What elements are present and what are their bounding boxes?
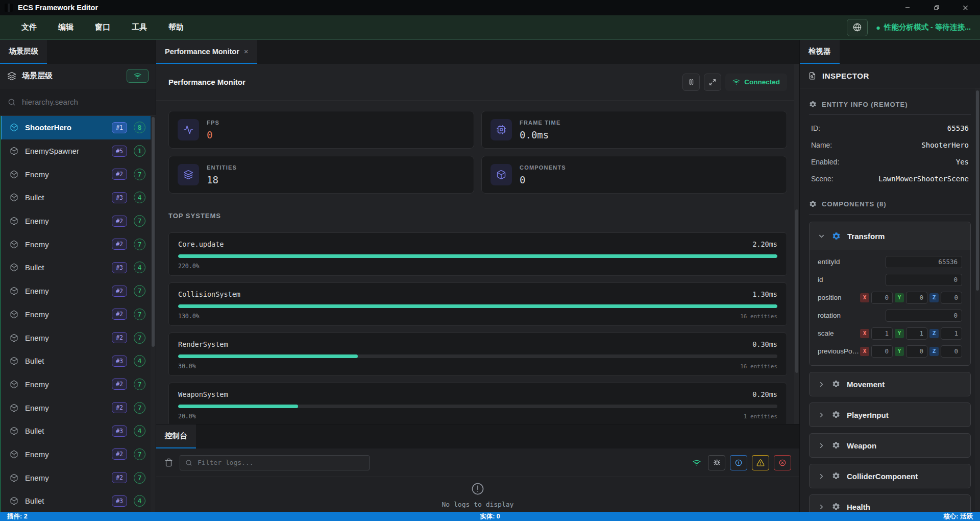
hierarchy-entity-row[interactable]: Enemy #2 7	[1, 396, 156, 419]
entity-tag-badge: #2	[112, 216, 127, 227]
hierarchy-scrollbar[interactable]	[151, 116, 156, 512]
transform-vector-row: previousPositi... X 0 Y 0 Z 0	[815, 342, 965, 360]
tab-inspector[interactable]: 检视器	[800, 40, 840, 64]
field-input[interactable]: 0	[886, 274, 962, 286]
language-globe-button[interactable]	[847, 19, 868, 36]
field-label: rotation	[818, 312, 877, 319]
component-card-collapsed[interactable]: Health	[809, 494, 971, 512]
transform-card-header[interactable]: Transform	[810, 222, 970, 250]
hierarchy-entity-row[interactable]: Enemy #2 7	[1, 279, 156, 303]
field-input[interactable]: 0	[886, 310, 962, 322]
axis-x-input[interactable]: 0	[871, 292, 893, 304]
hierarchy-entity-row[interactable]: Enemy #2 7	[1, 232, 156, 256]
entity-name: Enemy	[25, 310, 105, 319]
component-card-collapsed[interactable]: ColliderComponent	[809, 464, 971, 488]
system-name: RenderSystem	[178, 340, 228, 348]
entity-component-count-badge: 7	[134, 215, 145, 227]
axis-z-input[interactable]: 0	[941, 292, 962, 304]
system-perf-card: CollisionSystem 1.30ms 130.0% 16 entitie…	[168, 282, 787, 326]
components-section-header: COMPONENTS (8)	[809, 200, 971, 215]
axis-y-input[interactable]: 1	[906, 327, 927, 340]
field-input[interactable]: 65536	[886, 256, 962, 268]
hierarchy-entity-row[interactable]: Enemy #2 7	[1, 209, 156, 233]
axis-y-input[interactable]: 0	[906, 292, 927, 304]
axis-y-input[interactable]: 0	[906, 345, 927, 358]
hierarchy-entity-row[interactable]: ShooterHero #1 8	[0, 116, 156, 139]
entity-cube-icon	[10, 193, 18, 202]
hierarchy-entity-row[interactable]: Bullet #3 4	[1, 419, 156, 443]
expand-button[interactable]	[704, 74, 721, 91]
hierarchy-entity-row[interactable]: EnemySpawner #5 1	[1, 139, 156, 163]
metric-card-frame-time: FRAME TIME 0.0ms	[481, 111, 787, 149]
system-percent: 20.0%	[178, 413, 196, 420]
minimize-button[interactable]	[893, 0, 922, 15]
console-empty-text: No logs to display	[442, 501, 514, 508]
metric-value: 0.0ms	[520, 129, 560, 140]
axis-x-input[interactable]: 0	[871, 345, 893, 358]
component-card-transform: Transform entityId 65536 id 0 position X…	[809, 222, 971, 366]
component-card-collapsed[interactable]: Movement	[809, 372, 971, 396]
entity-component-count-badge: 4	[134, 495, 145, 507]
entity-name: ShooterHero	[25, 123, 105, 132]
pause-button[interactable]	[682, 74, 700, 91]
entity-cube-icon	[10, 310, 18, 319]
entity-tag-badge: #2	[112, 472, 127, 483]
filter-info-button[interactable]	[730, 455, 747, 470]
menu-tools[interactable]: 工具	[121, 22, 158, 32]
menu-help[interactable]: 帮助	[158, 22, 194, 32]
inspector-scrollbar[interactable]	[975, 88, 980, 512]
hierarchy-entity-row[interactable]: Enemy #2 7	[1, 303, 156, 326]
hierarchy-entity-row[interactable]: Enemy #2 7	[1, 162, 156, 186]
connection-status-badge: Connected	[725, 74, 787, 91]
hierarchy-entity-row[interactable]: Bullet #3 4	[1, 186, 156, 209]
hierarchy-connection-button[interactable]	[127, 69, 149, 83]
hierarchy-entity-row[interactable]: Bullet #3 4	[1, 349, 156, 373]
component-card-collapsed[interactable]: PlayerInput	[809, 402, 971, 427]
hierarchy-search-input[interactable]	[21, 97, 128, 107]
workspace: 场景层级 场景层级 ShooterHero	[0, 40, 980, 512]
filter-error-button[interactable]	[774, 455, 791, 470]
entity-component-count-badge: 7	[134, 169, 145, 180]
menu-window[interactable]: 窗口	[84, 22, 121, 32]
entity-tag-badge: #2	[112, 378, 127, 390]
hierarchy-list: ShooterHero #1 8 EnemySpawner #5 1 Enemy…	[0, 116, 156, 512]
status-plugins: 插件: 2	[7, 512, 28, 521]
collapsed-components-list: Movement PlayerInput Weapon ColliderComp…	[809, 372, 971, 512]
entity-component-count-badge: 4	[134, 425, 145, 437]
hierarchy-entity-row[interactable]: Bullet #3 4	[1, 256, 156, 279]
hierarchy-entity-row[interactable]: Bullet #3 4	[1, 489, 156, 512]
hierarchy-entity-row[interactable]: Enemy #2 7	[1, 326, 156, 349]
axis-z-input[interactable]: 0	[941, 345, 962, 358]
tab-hierarchy[interactable]: 场景层级	[0, 40, 47, 64]
transform-vector-row: scale X 1 Y 1 Z 1	[815, 324, 965, 342]
axis-z-badge: Z	[929, 347, 939, 356]
menu-file[interactable]: 文件	[15, 22, 47, 32]
entity-tag-badge: #2	[112, 309, 127, 320]
metric-label: ENTITIES	[207, 164, 237, 171]
hierarchy-header: 场景层级	[0, 64, 156, 88]
close-button[interactable]	[951, 0, 980, 15]
hierarchy-entity-row[interactable]: Enemy #2 7	[1, 466, 156, 489]
filter-warning-button[interactable]	[752, 455, 769, 470]
hierarchy-entity-row[interactable]: Enemy #2 7	[1, 443, 156, 466]
menu-edit[interactable]: 编辑	[47, 22, 84, 32]
filter-debug-button[interactable]	[708, 455, 725, 470]
layers-icon	[178, 164, 199, 185]
axis-z-input[interactable]: 1	[941, 327, 962, 340]
metric-card-fps: FPS 0	[168, 111, 474, 149]
main-scrollbar[interactable]	[794, 64, 799, 424]
hierarchy-entity-row[interactable]: Enemy #2 7	[1, 373, 156, 396]
performance-monitor-panel: Performance Monitor Connected	[156, 64, 799, 424]
transform-field-row: id 0	[815, 271, 965, 289]
search-icon	[8, 98, 16, 106]
tab-console[interactable]: 控制台	[156, 424, 196, 448]
tab-close-icon[interactable]: ×	[244, 47, 249, 56]
tab-performance-monitor[interactable]: Performance Monitor ×	[156, 40, 257, 64]
restore-button[interactable]	[922, 0, 951, 15]
window-title: ECS Framework Editor	[18, 4, 98, 12]
axis-x-input[interactable]: 1	[871, 327, 893, 340]
component-card-collapsed[interactable]: Weapon	[809, 433, 971, 458]
log-filter-input[interactable]	[197, 458, 364, 467]
clear-logs-button[interactable]	[164, 458, 173, 467]
gear-icon	[832, 232, 841, 241]
